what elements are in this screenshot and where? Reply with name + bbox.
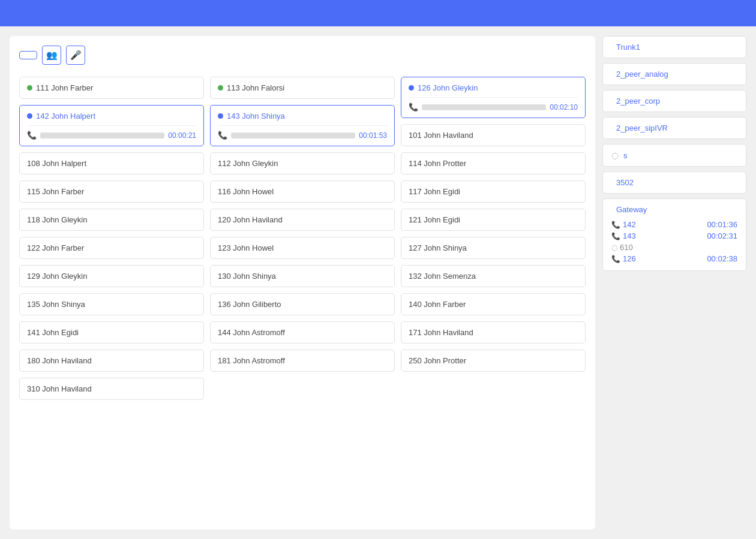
ext-card-140[interactable]: 140 John Farber [401, 293, 586, 315]
ext-name: 108 John Halpert [27, 159, 86, 168]
mic-icon: 🎤 [70, 50, 82, 61]
ext-card-header: 111 John Farber [27, 83, 196, 92]
call-duration: 00:00:21 [168, 131, 196, 140]
ext-name: 135 John Shinya [27, 300, 85, 309]
status-dot [27, 113, 32, 119]
ext-card-header: 113 John Falorsi [218, 83, 387, 92]
ext-card-header: 135 John Shinya [27, 300, 196, 309]
gateway-header: Gateway [611, 205, 737, 214]
ext-card-111[interactable]: 111 John Farber [19, 77, 204, 99]
ext-card-header: 143 John Shinya [218, 112, 387, 121]
trunk-card-3502[interactable]: 3502 [602, 171, 746, 194]
gateway-ext-number: 126 [623, 254, 636, 263]
ext-card-header: 108 John Halpert [27, 159, 196, 168]
status-dot [218, 85, 223, 91]
trunk-card-2_peer_sipIVR[interactable]: 2_peer_sipIVR [602, 117, 746, 139]
ext-card-136[interactable]: 136 John Giliberto [210, 293, 395, 315]
ext-card-header: 115 John Farber [27, 187, 196, 196]
ext-card-310[interactable]: 310 John Haviland [19, 378, 204, 400]
ext-name: 111 John Farber [36, 83, 93, 92]
ext-card-118[interactable]: 118 John Gleykin [19, 209, 204, 231]
call-row: 📞00:02:10 [409, 97, 578, 112]
ext-card-122[interactable]: 122 John Farber [19, 237, 204, 259]
main-layout: 👥 🎤 111 John Farber142 John Halpert📞00:0… [0, 26, 756, 539]
ext-card-header: 141 John Egidi [27, 328, 196, 337]
trunk-card-2_peer_analog[interactable]: 2_peer_analog [602, 63, 746, 85]
ext-card-144[interactable]: 144 John Astromoff [210, 321, 395, 344]
ext-name: 129 John Gleykin [27, 272, 87, 281]
ext-card-126[interactable]: 126 John Gleykin📞00:02:10 [401, 77, 586, 118]
ext-card-header: 123 John Howel [218, 243, 387, 252]
ext-card-115[interactable]: 115 John Farber [19, 180, 204, 203]
trunk-name: Trunk1 [616, 43, 640, 52]
gateway-card[interactable]: Gateway📞14200:01:36📞14300:02:31◌610📞1260… [602, 198, 746, 271]
ext-card-116[interactable]: 116 John Howel [210, 180, 395, 203]
ext-card-113[interactable]: 113 John Falorsi [210, 77, 395, 99]
ext-card-181[interactable]: 181 John Astromoff [210, 350, 395, 372]
trunk-name: 2_peer_corp [616, 97, 660, 106]
ext-name: 171 John Haviland [409, 328, 473, 337]
status-dot [409, 85, 414, 91]
group-icon-button[interactable]: 👥 [42, 46, 61, 65]
trunk-card-s[interactable]: ◌s [602, 144, 746, 167]
ext-name: 122 John Farber [27, 243, 84, 252]
ext-name: 127 John Shinya [409, 243, 467, 252]
ext-card-108[interactable]: 108 John Halpert [19, 152, 204, 174]
ext-card-250[interactable]: 250 John Protter [401, 350, 586, 372]
ext-card-114[interactable]: 114 John Protter [401, 152, 586, 174]
ext-card-123[interactable]: 123 John Howel [210, 237, 395, 259]
ext-name: 180 John Haviland [27, 356, 92, 365]
trunk-card-Trunk1[interactable]: Trunk1 [602, 36, 746, 58]
ext-card-121[interactable]: 121 John Egidi [401, 209, 586, 231]
call-icon: 📞 [218, 131, 227, 140]
ext-card-header: 122 John Farber [27, 243, 196, 252]
ext-name: 144 John Astromoff [218, 328, 285, 337]
ext-card-header: 112 John Gleykin [218, 159, 387, 168]
ext-card-180[interactable]: 180 John Haviland [19, 350, 204, 372]
ext-card-header: 130 John Shinya [218, 272, 387, 281]
ext-card-171[interactable]: 171 John Haviland [401, 321, 586, 344]
ext-card-141[interactable]: 141 John Egidi [19, 321, 204, 344]
ext-card-132[interactable]: 132 John Semenza [401, 265, 586, 287]
ext-card-142[interactable]: 142 John Halpert📞00:00:21 [19, 105, 204, 146]
ext-card-header: 171 John Haviland [409, 328, 578, 337]
call-duration: 00:01:53 [359, 131, 387, 140]
ext-card-header: 126 John Gleykin [409, 83, 578, 92]
ext-card-header: 118 John Gleykin [27, 215, 196, 224]
header [0, 0, 756, 26]
ext-card-117[interactable]: 117 John Egidi [401, 180, 586, 203]
status-dot [27, 85, 32, 91]
call-number [40, 133, 164, 138]
extensions-grid: 111 John Farber142 John Halpert📞00:00:21… [19, 77, 586, 400]
show-online-button[interactable] [19, 51, 37, 59]
gateway-call-duration: 00:02:31 [707, 231, 737, 240]
ext-name: 113 John Falorsi [227, 83, 284, 92]
gateway-call-row: 📞14200:01:36 [611, 219, 737, 230]
ext-card-135[interactable]: 135 John Shinya [19, 293, 204, 315]
ext-card-header: 117 John Egidi [409, 187, 578, 196]
ext-card-header: 132 John Semenza [409, 272, 578, 281]
ext-card-130[interactable]: 130 John Shinya [210, 265, 395, 287]
ext-name: 120 John Haviland [218, 215, 283, 224]
ext-name: 123 John Howel [218, 243, 274, 252]
ext-card-101[interactable]: 101 John Haviland [401, 124, 586, 146]
ext-card-143[interactable]: 143 John Shinya📞00:01:53 [210, 105, 395, 146]
ext-name: 130 John Shinya [218, 272, 276, 281]
ext-card-120[interactable]: 120 John Haviland [210, 209, 395, 231]
ext-name: 142 John Halpert [36, 112, 95, 121]
call-duration: 00:02:10 [550, 103, 578, 112]
ext-card-112[interactable]: 112 John Gleykin [210, 152, 395, 174]
trunk-card-2_peer_corp[interactable]: 2_peer_corp [602, 90, 746, 112]
toolbar: 👥 🎤 [19, 46, 586, 65]
ext-card-header: 114 John Protter [409, 159, 578, 168]
ext-card-127[interactable]: 127 John Shinya [401, 237, 586, 259]
mic-icon-button[interactable]: 🎤 [66, 46, 85, 65]
call-number [422, 104, 546, 110]
ext-card-header: 142 John Halpert [27, 112, 196, 121]
trunk-status-dot: ◌ [611, 150, 619, 160]
ext-card-129[interactable]: 129 John Gleykin [19, 265, 204, 287]
ext-name: 136 John Giliberto [218, 300, 281, 309]
status-dot [218, 113, 223, 119]
ext-name: 117 John Egidi [409, 187, 460, 196]
ext-name: 132 John Semenza [409, 272, 476, 281]
